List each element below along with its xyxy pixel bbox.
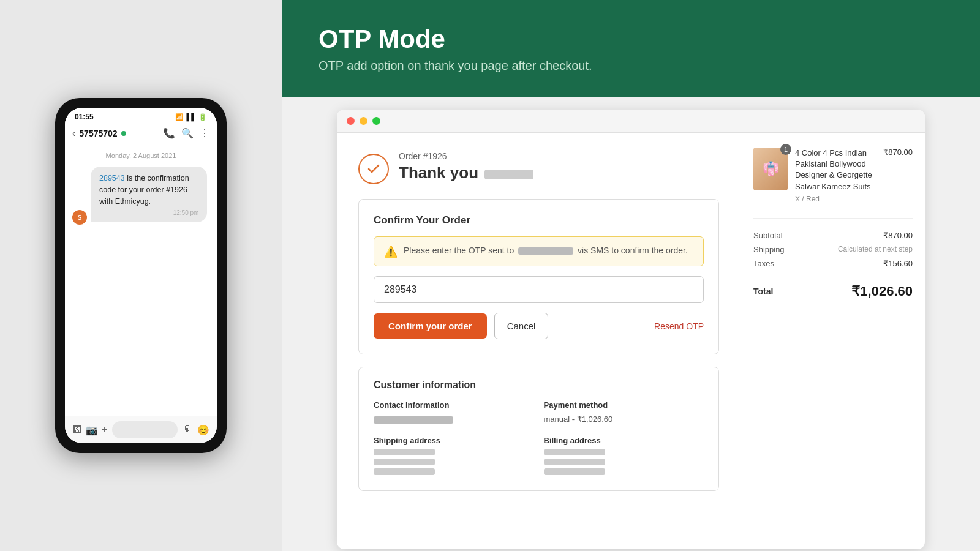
product-name: 4 Color 4 Pcs Indian Pakistani Bollywood… — [795, 148, 876, 192]
battery-icon: 🔋 — [198, 113, 207, 121]
phone-messages: Monday, 2 August 2021 S 289543 is the co… — [65, 144, 217, 416]
browser-window: Order #1926 Thank you Confirm Your Order… — [337, 110, 925, 549]
sms-bubble: 289543 is the confirmation code for your… — [91, 167, 207, 222]
product-variant: X / Red — [795, 195, 876, 203]
cancel-button[interactable]: Cancel — [494, 313, 549, 339]
checkout-main: Order #1926 Thank you Confirm Your Order… — [337, 133, 741, 549]
resend-otp-button[interactable]: Resend OTP — [654, 321, 704, 331]
confirm-your-order-box: Confirm Your Order ⚠️ Please enter the O… — [358, 199, 719, 354]
billing-line2-blurred — [544, 459, 605, 465]
message-row: S 289543 is the confirmation code for yo… — [72, 167, 209, 225]
shipping-row: Shipping Calculated at next step — [753, 245, 913, 254]
product-row: 👘 1 4 Color 4 Pcs Indian Pakistani Bolly… — [753, 148, 913, 219]
phone-nav: ‹ 57575702 📞 🔍 ⋮ — [65, 124, 217, 144]
customer-name-blurred — [484, 170, 533, 179]
sms-content: 289543 is the confirmation code for your… — [99, 173, 198, 207]
contact-info-section: Contact information — [374, 400, 534, 426]
order-title-block: Order #1926 Thank you — [399, 151, 533, 182]
shipping-address-section: Shipping address — [374, 436, 534, 478]
left-panel: 01:55 📶 ▌▌ 🔋 ‹ 57575702 📞 🔍 ⋮ — [0, 0, 282, 551]
phone-nav-left: ‹ 57575702 — [72, 128, 126, 139]
taxes-value: ₹156.60 — [883, 259, 913, 268]
shipping-line2-blurred — [374, 459, 435, 465]
emoji-icon[interactable]: 😊 — [197, 424, 209, 436]
call-icon[interactable]: 📞 — [163, 127, 175, 139]
email-blurred — [374, 416, 453, 424]
payment-method-value: manual - ₹1,026.60 — [544, 413, 704, 426]
plus-icon[interactable]: + — [102, 424, 107, 436]
window-minimize-dot[interactable] — [360, 117, 368, 125]
back-icon[interactable]: ‹ — [72, 128, 75, 139]
phone-text-input[interactable] — [112, 421, 178, 438]
customer-info-title: Customer information — [374, 380, 704, 391]
payment-method-label: Payment method — [544, 400, 704, 410]
product-price: ₹870.00 — [883, 148, 913, 206]
action-row: Confirm your order Cancel Resend OTP — [374, 313, 704, 339]
sender-avatar: S — [72, 210, 87, 225]
thank-you-heading: Thank you — [399, 163, 533, 182]
warning-suffix: vis SMS to confirm the order. — [578, 246, 688, 255]
total-label: Total — [753, 287, 773, 296]
camera-icon[interactable]: 📷 — [86, 424, 98, 436]
confirm-order-button[interactable]: Confirm your order — [374, 313, 487, 339]
billing-address-value — [544, 449, 704, 475]
billing-line1-blurred — [544, 449, 605, 455]
payment-method-section: Payment method manual - ₹1,026.60 — [544, 400, 704, 426]
phone-screen: 01:55 📶 ▌▌ 🔋 ‹ 57575702 📞 🔍 ⋮ — [65, 108, 217, 443]
billing-address-label: Billing address — [544, 436, 704, 445]
order-number: Order #1926 — [399, 151, 533, 161]
otp-code-link[interactable]: 289543 — [99, 174, 125, 182]
voice-icon[interactable]: 🎙 — [183, 424, 192, 435]
warning-prefix: Please enter the OTP sent to — [404, 246, 514, 255]
total-value: ₹1,026.60 — [851, 283, 913, 299]
total-row: Total ₹1,026.60 — [753, 276, 913, 299]
warning-text: Please enter the OTP sent to vis SMS to … — [404, 244, 688, 257]
window-maximize-dot[interactable] — [372, 117, 380, 125]
wifi-icon: 📶 — [175, 113, 184, 121]
check-icon — [366, 162, 381, 176]
green-header: OTP Mode OTP add option on thank you pag… — [282, 0, 980, 97]
page-subtitle: OTP add option on thank you page after c… — [318, 59, 943, 73]
warning-banner: ⚠️ Please enter the OTP sent to vis SMS … — [374, 236, 704, 266]
billing-address-section: Billing address — [544, 436, 704, 478]
shipping-label: Shipping — [753, 245, 785, 254]
quantity-badge: 1 — [780, 144, 791, 155]
signal-icon: ▌▌ — [186, 113, 196, 121]
thank-you-text: Thank you — [399, 163, 478, 182]
shipping-line3-blurred — [374, 468, 435, 475]
online-dot — [121, 131, 126, 136]
browser-content: Order #1926 Thank you Confirm Your Order… — [282, 97, 980, 551]
window-close-dot[interactable] — [347, 117, 355, 125]
phone-status-bar: 01:55 📶 ▌▌ 🔋 — [65, 108, 217, 124]
more-icon[interactable]: ⋮ — [200, 127, 209, 139]
contact-info-label: Contact information — [374, 400, 534, 410]
subtotal-label: Subtotal — [753, 231, 783, 240]
contact-name: 57575702 — [79, 129, 117, 138]
otp-input[interactable] — [374, 276, 704, 303]
product-details: 4 Color 4 Pcs Indian Pakistani Bollywood… — [795, 148, 876, 206]
info-grid: Contact information Payment method manua… — [374, 400, 704, 478]
browser-titlebar — [337, 110, 925, 133]
shipping-address-value — [374, 449, 534, 475]
shipping-line1-blurred — [374, 449, 435, 455]
taxes-label: Taxes — [753, 259, 774, 268]
phone-input-icons: 🖼 📷 + — [72, 424, 107, 436]
check-circle — [358, 154, 389, 184]
contact-info-value — [374, 413, 534, 426]
phone-mockup: 01:55 📶 ▌▌ 🔋 ‹ 57575702 📞 🔍 ⋮ — [55, 98, 227, 453]
phone-input-bar: 🖼 📷 + 🎙 😊 — [65, 416, 217, 443]
status-icons: 📶 ▌▌ 🔋 — [175, 113, 207, 121]
right-panel: OTP Mode OTP add option on thank you pag… — [282, 0, 980, 551]
search-icon[interactable]: 🔍 — [181, 127, 194, 139]
phone-time: 01:55 — [75, 113, 94, 121]
order-header: Order #1926 Thank you — [358, 151, 719, 184]
confirm-box-title: Confirm Your Order — [374, 214, 704, 227]
taxes-row: Taxes ₹156.60 — [753, 259, 913, 268]
date-label: Monday, 2 August 2021 — [72, 152, 209, 159]
photo-icon[interactable]: 🖼 — [72, 424, 82, 436]
billing-line3-blurred — [544, 468, 605, 475]
page-title: OTP Mode — [318, 24, 943, 54]
phone-nav-actions: 📞 🔍 ⋮ — [163, 127, 209, 139]
customer-information-box: Customer information Contact information… — [358, 367, 719, 491]
warning-icon: ⚠️ — [384, 245, 398, 258]
